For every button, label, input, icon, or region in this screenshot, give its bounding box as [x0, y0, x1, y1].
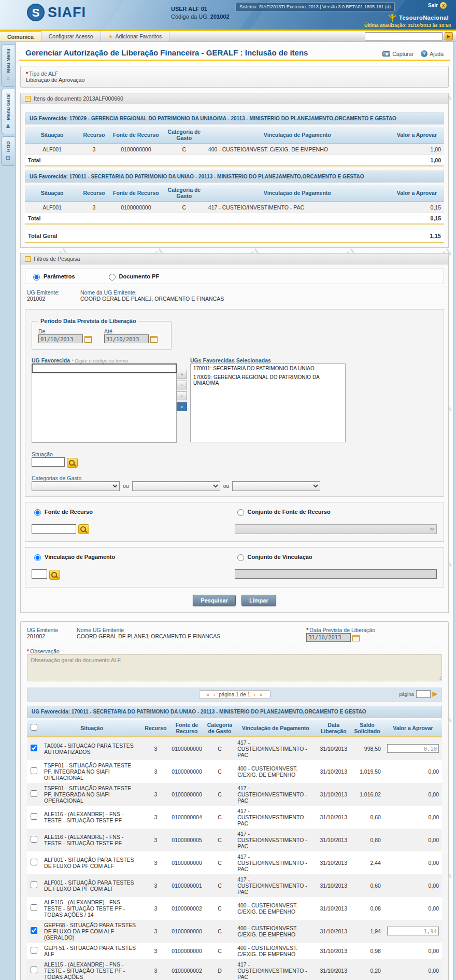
conjunto-fonte-radio-input[interactable] — [237, 509, 244, 516]
conjunto-vinculacao-radio-input[interactable] — [237, 554, 244, 561]
select-all-checkbox[interactable] — [31, 724, 37, 731]
radio-vinculacao-pagamento[interactable]: Vinculação de Pagamento — [32, 553, 235, 561]
capturar-button[interactable]: Capturar — [382, 51, 414, 57]
calendar-icon[interactable] — [150, 336, 158, 343]
categoria-gasto-select-3[interactable] — [232, 481, 320, 491]
itens-table: SituaçãoRecursoFonte de RecursoCategoria… — [25, 185, 444, 225]
row-checkbox[interactable] — [31, 967, 37, 973]
pesquisar-button[interactable]: Pesquisar — [193, 595, 236, 606]
situacao-lookup-icon[interactable] — [67, 458, 78, 468]
row-checkbox[interactable] — [31, 790, 37, 797]
itens-section-title: Itens do documento 2013ALF000660 — [34, 95, 123, 102]
radio-conjunto-fonte[interactable]: Conjunto de Fonte de Recurso — [235, 508, 438, 516]
tab-comunica[interactable]: Comunica — [0, 31, 41, 41]
move-left-button[interactable]: ‹ — [177, 391, 187, 400]
sair-button[interactable]: Sair x — [428, 2, 447, 9]
situacao-cell: ALE116 - (ALEXANDRE) - FNS - TESTE - SIT… — [41, 806, 142, 829]
sidebar-tab-hod[interactable]: HOD ⊡ — [1, 136, 15, 166]
valor-aprovar-input[interactable] — [387, 927, 439, 935]
table-row: GEPF68 - SITUAÇÃO PARA TESTES DE FLUXO D… — [27, 920, 442, 943]
tab-adicionar-favoritos[interactable]: ★Adicionar Favoritos — [101, 31, 170, 41]
row-checkbox[interactable] — [31, 836, 37, 843]
selected-ug-option[interactable]: 170011: SECRETARIA DO PATRIMONIO DA UNIA… — [191, 364, 345, 373]
ug-favorecida-group-header: UG Favorecida: 170011 - SECRETARIA DO PA… — [25, 171, 444, 183]
observacao-textarea[interactable]: Observação geral do documento ALF. — [27, 654, 442, 681]
parametros-radio-input[interactable] — [33, 274, 40, 281]
row-select-cell — [27, 897, 41, 920]
data-liberacao-cell: 31/10/2013 — [317, 737, 350, 760]
fonte-recurso-input[interactable] — [32, 524, 76, 534]
data-liberacao-cell: 31/10/2013 — [317, 760, 350, 783]
cell: 0100000000 — [109, 202, 163, 213]
calendar-icon[interactable] — [352, 635, 360, 641]
radio-conjunto-vinculacao[interactable]: Conjunto de Vinculação — [235, 553, 438, 561]
goto-page-button[interactable] — [433, 690, 437, 697]
situacao-cell: GEPF51 - SITUACAO PARA TESTES ALF — [41, 943, 142, 959]
fonte-recurso-radio-input[interactable] — [34, 509, 41, 516]
valor-aprovar-cell: 0,00 — [384, 959, 442, 980]
move-all-left-button[interactable]: « — [177, 402, 187, 411]
first-page-icon[interactable]: « — [207, 692, 210, 697]
fonte-recurso-cell: 0100000000 — [168, 943, 205, 959]
radio-fonte-recurso[interactable]: Fonte de Recurso — [32, 508, 235, 516]
ajuda-button[interactable]: ?Ajuda — [421, 50, 444, 57]
row-checkbox[interactable] — [31, 881, 37, 888]
ug-favorecida-input[interactable] — [32, 363, 177, 373]
documento-pf-radio-input[interactable] — [109, 274, 116, 281]
sidebar-tab-menu-geral[interactable]: Menu Geral ♟ — [1, 89, 15, 134]
categoria-gasto-select-1[interactable] — [32, 481, 120, 491]
next-page-icon[interactable]: › — [254, 692, 255, 697]
recurso-cell: 3 — [142, 897, 168, 920]
row-checkbox[interactable] — [31, 904, 37, 911]
goto-page-input[interactable] — [416, 690, 431, 698]
move-right-button[interactable]: › — [177, 381, 187, 389]
situacao-input[interactable] — [32, 457, 65, 467]
collapse-icon[interactable] — [25, 96, 31, 102]
prev-page-icon[interactable]: ‹ — [213, 692, 215, 697]
calendar-icon[interactable] — [84, 336, 92, 343]
conjunto-fonte-select[interactable] — [235, 524, 437, 534]
categoria-gasto-cell: C — [205, 897, 234, 920]
tab-configurar-acesso[interactable]: Configurar Acesso — [41, 31, 101, 41]
parametros-label: Parâmetros — [44, 273, 75, 279]
fonte-recurso-cell: 0100000001 — [168, 874, 205, 897]
vinculacao-radio-input[interactable] — [34, 554, 41, 561]
row-checkbox[interactable] — [31, 767, 37, 774]
situacao-cell: TA0004 - SITUACAO PARA TESTES AUTOMATIZA… — [41, 737, 142, 760]
quick-search-input[interactable] — [365, 32, 443, 40]
row-checkbox[interactable] — [31, 745, 37, 751]
saldo-solicitado-cell: 0,60 — [350, 806, 384, 829]
table-row: ALF00130100000000C400 - CUSTEIO/INVEST. … — [25, 144, 444, 155]
situacao-cell: GEPF68 - SITUAÇÃO PARA TESTES DE FLUXO D… — [41, 920, 142, 943]
row-checkbox[interactable] — [31, 927, 37, 934]
collapse-icon[interactable] — [25, 256, 31, 262]
saldo-solicitado-cell: 998,50 — [350, 737, 384, 760]
row-checkbox[interactable] — [31, 947, 37, 954]
vinculacao-label: Vinculação de Pagamento — [45, 554, 115, 560]
sidebar-tab-meu-menu[interactable]: Meu Menu ☆ — [1, 44, 15, 87]
fonte-recurso-lookup-icon[interactable] — [78, 524, 89, 534]
move-all-right-button[interactable]: » — [177, 370, 187, 379]
quick-search-go-button[interactable] — [445, 32, 453, 40]
selected-ug-option[interactable]: 170029: GERENCIA REGIONAL DO PATRIMONIO … — [191, 373, 345, 387]
categoria-gasto-select-2[interactable] — [132, 481, 220, 491]
total-row: Total0,15 — [25, 213, 444, 225]
conjunto-vinculacao-input[interactable] — [235, 569, 437, 579]
row-checkbox[interactable] — [31, 859, 37, 865]
row-checkbox[interactable] — [31, 813, 37, 820]
valor-aprovar-input[interactable] — [387, 744, 439, 753]
last-page-icon[interactable]: » — [260, 692, 263, 697]
data-ate-input[interactable] — [104, 334, 149, 343]
favorite-star-icon: ★ — [108, 33, 113, 40]
data-de-input[interactable] — [38, 334, 83, 343]
ug-favorecida-options-list[interactable] — [32, 373, 177, 443]
de-label: De — [38, 328, 92, 334]
ugs-selecionadas-list[interactable]: 170011: SECRETARIA DO PATRIMONIO DA UNIA… — [190, 363, 346, 442]
vinculacao-lookup-icon[interactable] — [49, 570, 60, 580]
data-prevista-input[interactable] — [306, 633, 351, 642]
radio-parametros[interactable]: Parâmetros — [31, 272, 75, 281]
limpar-button[interactable]: Limpar — [241, 595, 276, 606]
vinculacao-cell: 400 - CUSTEIO/INVEST. C/EXIG. DE EMPENHO — [234, 760, 317, 783]
vinculacao-input[interactable] — [32, 569, 47, 579]
radio-documento-pf[interactable]: Documento PF — [106, 272, 160, 281]
